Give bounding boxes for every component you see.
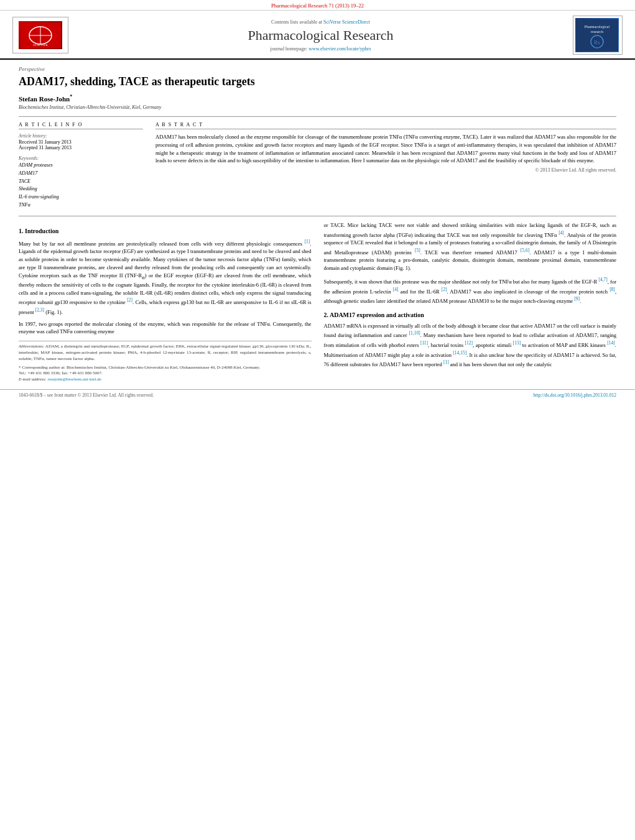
bottom-bar: 1043-6618/$ – see front matter © 2013 El… bbox=[0, 389, 635, 400]
section2-title: 2. ADAM17 expression and activation bbox=[324, 310, 617, 320]
bottom-doi-link[interactable]: http://dx.doi.org/10.1016/j.phrs.2013.01… bbox=[534, 392, 616, 398]
author-name: Stefan Rose-John* bbox=[19, 94, 616, 103]
ref-4a: [4] bbox=[559, 230, 564, 236]
content-area: Perspective ADAM17, shedding, TACE as th… bbox=[0, 60, 635, 389]
ref-12: [12] bbox=[465, 340, 473, 346]
keyword-4: Shedding bbox=[19, 185, 143, 193]
section1-title: 1. Introduction bbox=[19, 226, 312, 236]
ref-8: [8] bbox=[610, 287, 615, 292]
ref-11: [11] bbox=[420, 340, 428, 346]
homepage-line: journal homepage: www.elsevier.com/locat… bbox=[75, 46, 567, 52]
page: Pharmacological Research 71 (2013) 19–22… bbox=[0, 0, 635, 840]
keywords-label: Keywords: bbox=[19, 155, 143, 161]
author-affiliation: Biochemisches Institut, Christian-Albrec… bbox=[19, 104, 616, 110]
journal-logo-image: Pharmacological research Rx bbox=[575, 18, 619, 52]
journal-logo-right: Pharmacological research Rx bbox=[573, 16, 623, 55]
sciverse-link[interactable]: SciVerse ScienceDirect bbox=[323, 19, 370, 25]
footnote-abbrev: Abbreviations: ADAM, a disintegrin and m… bbox=[19, 344, 312, 362]
svg-text:ELSEVIER: ELSEVIER bbox=[33, 44, 48, 47]
body-col-left: 1. Introduction Many but by far not all … bbox=[19, 221, 312, 383]
footnote-abbrev-text: Abbreviations: bbox=[19, 344, 44, 349]
body-text-col2c: ADAM17 mRNA is expressed in virtually al… bbox=[324, 322, 617, 369]
elsevier-logo: ELSEVIER bbox=[12, 17, 68, 53]
abstract-heading: A B S T R A C T bbox=[155, 122, 616, 129]
footnote-email-label: E-mail address: bbox=[19, 377, 47, 382]
footnote-email-line: E-mail address: rosejohn@biochem.uni-kie… bbox=[19, 377, 312, 383]
ref-14a: [14] bbox=[607, 340, 615, 346]
ref-56: [5,6] bbox=[521, 247, 529, 253]
svg-text:Rx: Rx bbox=[594, 40, 600, 45]
svg-text:research: research bbox=[591, 30, 603, 34]
article-type: Perspective bbox=[19, 66, 616, 72]
article-info-column: A R T I C L E I N F O Article history: R… bbox=[19, 122, 143, 210]
keyword-5: IL-6 trans-signaling bbox=[19, 193, 143, 201]
ref-13: [13] bbox=[513, 340, 521, 346]
bottom-issn: 1043-6618/$ – see front matter © 2013 El… bbox=[19, 392, 154, 398]
journal-title-center: Contents lists available at SciVerse Sci… bbox=[75, 19, 567, 52]
article-info-heading: A R T I C L E I N F O bbox=[19, 122, 143, 129]
divider-2 bbox=[19, 216, 616, 216]
homepage-url[interactable]: www.elsevier.com/locate/yphrs bbox=[308, 46, 371, 52]
abstract-text: ADAM17 has been molecularly cloned as th… bbox=[155, 133, 616, 165]
ref-2b: [2] bbox=[442, 287, 447, 292]
svg-text:Pharmacological: Pharmacological bbox=[585, 25, 610, 29]
footnote-star-text: * Corresponding author at: Biochemisches… bbox=[19, 365, 312, 371]
ref-5a: [5] bbox=[415, 247, 420, 253]
ref-47: [4,7] bbox=[598, 277, 607, 282]
copyright-line: © 2013 Elsevier Ltd. All rights reserved… bbox=[155, 167, 616, 173]
top-bar: Pharmacological Research 71 (2013) 19–22 bbox=[0, 0, 635, 11]
ref-9: [9] bbox=[574, 296, 580, 302]
keyword-1: ADAM proteases bbox=[19, 162, 143, 170]
ref-4b: [4] bbox=[393, 287, 399, 292]
ref-1: [1] bbox=[305, 239, 310, 244]
accepted-date: Accepted 31 January 2013 bbox=[19, 145, 143, 150]
journal-header: ELSEVIER Contents lists available at Sci… bbox=[0, 11, 635, 60]
ref-23: [2,3] bbox=[35, 307, 44, 313]
journal-main-title: Pharmacological Research bbox=[75, 27, 567, 44]
keyword-3: TACE bbox=[19, 178, 143, 186]
body-col-right: or TACE. Mice lacking TACE were not viab… bbox=[324, 221, 617, 383]
journal-reference: Pharmacological Research 71 (2013) 19–22 bbox=[271, 2, 364, 9]
keyword-2: ADAM17 bbox=[19, 170, 143, 178]
ref-1b: [1] bbox=[443, 359, 449, 365]
ref-2a: [2] bbox=[127, 297, 132, 303]
author-star: * bbox=[70, 94, 72, 99]
body-text-col1b: In 1997, two groups reported the molecul… bbox=[19, 320, 312, 336]
footnote-divider: Abbreviations: ADAM, a disintegrin and m… bbox=[19, 341, 312, 383]
ref-110: [1,10] bbox=[409, 330, 420, 336]
divider-1 bbox=[19, 116, 616, 117]
history-label: Article history: bbox=[19, 133, 143, 139]
footnote-tel: Tel.: +49 431 880 3336; fax: +49 431 880… bbox=[19, 371, 312, 377]
article-info-abstract: A R T I C L E I N F O Article history: R… bbox=[19, 122, 616, 210]
elsevier-logo-image: ELSEVIER bbox=[19, 21, 62, 49]
body-text-col1: Many but by far not all membrane protein… bbox=[19, 238, 312, 316]
body-text-col2a: or TACE. Mice lacking TACE were not viab… bbox=[324, 221, 617, 272]
contents-line: Contents lists available at SciVerse Sci… bbox=[75, 19, 567, 25]
article-title: ADAM17, shedding, TACE as therapeutic ta… bbox=[19, 75, 616, 89]
keyword-6: TNFα bbox=[19, 201, 143, 210]
abstract-column: A B S T R A C T ADAM17 has been molecula… bbox=[155, 122, 616, 210]
body-text-col2b: Subsequently, it was shown that this pro… bbox=[324, 276, 617, 305]
received-date: Received 31 January 2013 bbox=[19, 139, 143, 145]
footnote-email-link[interactable]: rosejohn@biochem.uni-kiel.de bbox=[47, 377, 101, 382]
keywords-list: ADAM proteases ADAM17 TACE Shedding IL-6… bbox=[19, 162, 143, 210]
body-two-col: 1. Introduction Many but by far not all … bbox=[19, 221, 616, 383]
ref-1415: [14,15] bbox=[453, 350, 466, 356]
